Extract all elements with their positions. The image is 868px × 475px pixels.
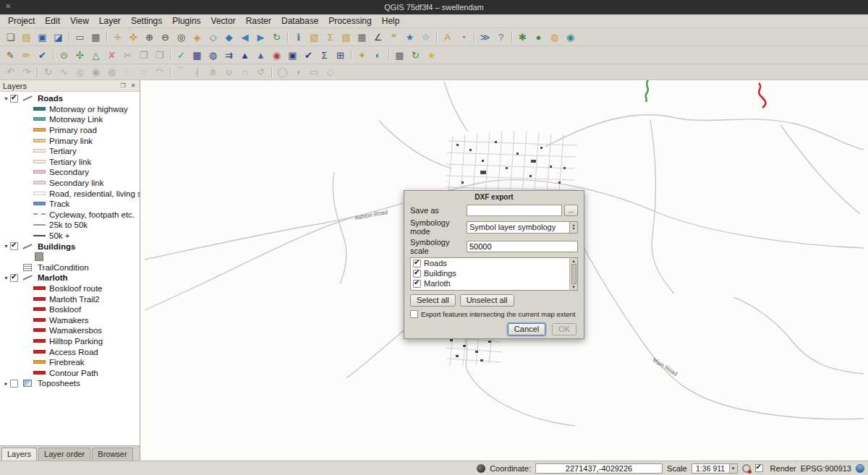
layer-item[interactable]: Hilltop Parking (0, 336, 140, 347)
new-composer-icon[interactable]: ▭ (72, 30, 88, 44)
layer-item[interactable]: Secondary link (0, 178, 140, 189)
layer-item[interactable]: Track (0, 199, 140, 210)
simplify-feature-icon[interactable]: ∿ (56, 65, 72, 80)
layer-checkbox[interactable] (10, 95, 18, 103)
save-project-icon[interactable]: ▣ (35, 30, 50, 44)
select-by-expression-icon[interactable]: Σ (323, 30, 338, 44)
unselect-all-button[interactable]: Unselect all (460, 294, 514, 307)
add-part-icon[interactable]: ◉ (88, 65, 103, 80)
rotate-feature-icon[interactable]: ↻ (41, 65, 56, 80)
layer-item[interactable]: Boskloof route (0, 283, 140, 294)
combo-spinner-icon[interactable]: ▲▼ (569, 222, 577, 233)
tab-layer-order[interactable]: Layer order (38, 448, 90, 461)
spatial-join-icon[interactable]: ⊞ (333, 48, 348, 62)
render-checkbox[interactable] (755, 464, 763, 472)
circle-shape-icon[interactable]: ◯ (275, 65, 290, 80)
undo-icon[interactable]: ↶ (3, 65, 18, 80)
layer-item[interactable]: Primary link (0, 135, 140, 146)
layer-item[interactable]: Secondary (0, 167, 140, 178)
menu-vector[interactable]: Vector (206, 14, 241, 28)
layer-item[interactable]: Tertiary link (0, 157, 140, 168)
dxf-layer-item[interactable]: Roads (411, 258, 577, 268)
osm-tools-icon[interactable]: ◍ (547, 30, 562, 44)
menu-processing[interactable]: Processing (323, 14, 376, 28)
offset-curve-icon[interactable]: ◠ (152, 65, 167, 80)
pan-map-icon[interactable]: ✛ (110, 30, 125, 44)
rectangle-shape-icon[interactable]: ▭ (307, 65, 322, 80)
window-close-icon[interactable]: ✕ (5, 2, 11, 10)
expander-icon[interactable] (2, 95, 10, 102)
panel-close-icon[interactable]: ✕ (129, 82, 137, 89)
layer-item[interactable]: Primary road (0, 125, 140, 136)
labeling-icon[interactable]: A (440, 30, 455, 44)
map-canvas[interactable]: Ashton Road Main Road DXF export Save as… (140, 80, 868, 461)
menu-view[interactable]: View (65, 14, 94, 28)
expander-icon[interactable] (2, 243, 10, 249)
coordinate-capture-icon[interactable] (477, 464, 485, 473)
toggle-editing-icon[interactable]: ✏ (19, 48, 34, 62)
layer-checkbox[interactable] (10, 274, 18, 282)
deselect-all-icon[interactable]: ▨ (339, 30, 354, 44)
zoom-to-layer-icon[interactable]: ◆ (221, 30, 237, 44)
layer-item[interactable]: Cycleway, footpath etc. (0, 210, 140, 221)
layer-item[interactable]: Roads (0, 93, 140, 104)
globe-icon[interactable]: ◉ (563, 30, 578, 44)
layer-item[interactable]: Toposheets (0, 378, 140, 389)
fill-ring-icon[interactable]: ◍ (104, 65, 119, 80)
select-features-icon[interactable]: ▧ (307, 30, 322, 44)
reshape-features-icon[interactable]: ⌒ (174, 65, 189, 80)
zoom-full-icon[interactable]: ◈ (190, 30, 205, 44)
interpolation-icon[interactable]: ▲ (237, 48, 252, 62)
expander-icon[interactable] (2, 275, 10, 281)
zoom-out-icon[interactable]: ⊖ (158, 30, 173, 44)
split-features-icon[interactable]: ∤ (190, 65, 205, 80)
zoom-last-icon[interactable]: ◀ (237, 30, 252, 44)
check-geometry-icon[interactable]: ✓ (174, 48, 189, 62)
grass-tools-icon[interactable]: ● (531, 30, 546, 44)
layer-item[interactable]: Firebreak (0, 357, 140, 368)
zoom-native-icon[interactable]: ◎ (174, 30, 189, 44)
dxf-layer-checkbox[interactable] (413, 270, 421, 278)
layer-checkbox[interactable] (10, 380, 18, 388)
layer-item[interactable]: Access Road (0, 346, 140, 357)
heatmap-icon[interactable]: ◉ (269, 48, 284, 62)
delete-selected-icon[interactable]: ✘ (104, 48, 119, 62)
save-project-as-icon[interactable]: ◪ (51, 30, 66, 44)
zonal-statistics-icon[interactable]: Σ (317, 48, 332, 62)
current-edits-icon[interactable]: ✎ (3, 48, 18, 62)
scale-select[interactable]: 1:36 911 ▼ (692, 463, 738, 474)
zoom-next-icon[interactable]: ▶ (253, 30, 268, 44)
split-parts-icon[interactable]: ⋔ (205, 65, 221, 80)
layer-item[interactable]: Road, residential, living street, etc. (0, 188, 140, 199)
menu-database[interactable]: Database (276, 14, 323, 28)
refresh-layers-icon[interactable]: ↻ (408, 48, 423, 62)
cut-features-icon[interactable]: ✂ (120, 48, 135, 62)
rotate-point-symbols-icon[interactable]: ↺ (253, 65, 268, 80)
symbology-mode-select[interactable]: Symbol layer symbology ▲▼ (467, 221, 578, 234)
terrain-analysis-icon[interactable]: ▲ (253, 48, 268, 62)
layer-item[interactable] (0, 252, 140, 262)
layer-item[interactable]: Motorway Link (0, 114, 140, 125)
layer-item[interactable]: Marloth Trail2 (0, 294, 140, 304)
dxf-layer-checkbox[interactable] (413, 260, 421, 268)
layer-item[interactable]: Wamakersbos (0, 325, 140, 336)
topology-checker-icon[interactable]: ✔ (301, 48, 316, 62)
polygon-shape-icon[interactable]: ◇ (323, 65, 338, 80)
scroll-thumb[interactable] (571, 264, 576, 284)
composer-manager-icon[interactable]: ▦ (88, 30, 103, 44)
paste-features-icon[interactable]: ❒ (152, 48, 167, 62)
cancel-button[interactable]: Cancel (508, 323, 545, 335)
checker-icon[interactable]: ▩ (392, 48, 407, 62)
menu-settings[interactable]: Settings (126, 14, 167, 28)
layer-item[interactable]: Boskloof (0, 304, 140, 315)
node-tool-icon[interactable]: △ (88, 48, 103, 62)
diagram-icon[interactable]: ◔ (456, 30, 471, 44)
menu-project[interactable]: Project (3, 14, 40, 28)
layer-checkbox[interactable] (10, 242, 18, 250)
dxf-layer-checkbox[interactable] (413, 280, 421, 288)
ellipse-shape-icon[interactable]: ◖ (291, 65, 306, 80)
layer-item[interactable]: Buildings (0, 241, 140, 252)
symbology-scale-input[interactable] (467, 241, 578, 252)
extent-checkbox[interactable] (410, 310, 418, 318)
gdal-tools-icon[interactable]: ▣ (285, 48, 300, 62)
